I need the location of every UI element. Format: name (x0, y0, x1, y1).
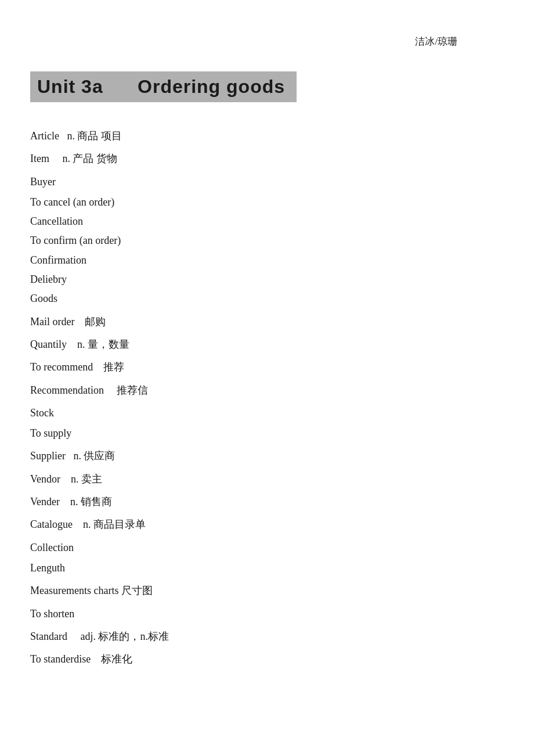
vocab-text: Cancellation (30, 215, 83, 227)
list-item: Vendor n. 卖主 (30, 470, 504, 489)
vocab-text: Goods (30, 293, 57, 304)
unit-label: Unit 3a (37, 76, 103, 97)
author-text: 洁冰/琼珊 (415, 36, 457, 47)
list-item: To cancel (an order) (30, 193, 504, 212)
vocab-text: Deliebry (30, 273, 67, 285)
list-item: To confirm (an order) (30, 231, 504, 250)
list-item: Deliebry (30, 270, 504, 289)
vocab-text: Measurements charts 尺寸图 (30, 585, 153, 596)
list-item: Catalogue n. 商品目录单 (30, 515, 504, 534)
vocab-text: Mail order 邮购 (30, 316, 106, 327)
list-item: Buyer (30, 172, 504, 192)
list-item: Standard adj. 标准的，n.标准 (30, 627, 504, 646)
vocab-text: Vendor n. 卖主 (30, 473, 102, 485)
list-item: Cancellation (30, 212, 504, 231)
vocab-text: To confirm (an order) (30, 235, 121, 246)
list-item: To standerdise 标准化 (30, 650, 504, 669)
vocab-text: To supply (30, 427, 71, 439)
vocab-text: To standerdise 标准化 (30, 653, 132, 665)
vocab-text: To recommend 推荐 (30, 361, 124, 373)
vocab-text: To cancel (an order) (30, 196, 114, 208)
list-item: Recommendation 推荐信 (30, 381, 504, 400)
list-item: Collection (30, 538, 504, 557)
list-item: Supplier n. 供应商 (30, 447, 504, 466)
vocab-text: Confirmation (30, 254, 86, 266)
title-spacing (103, 76, 138, 97)
vocab-text: Buyer (30, 176, 56, 188)
vocab-text: Stock (30, 407, 54, 419)
vocab-text: Standard adj. 标准的，n.标准 (30, 631, 169, 642)
subtitle-label: Ordering goods (138, 76, 285, 97)
author-line: 洁冰/琼珊 (30, 35, 504, 48)
list-item: Article n. 商品 项目 (30, 127, 504, 146)
vocab-text: Article n. 商品 项目 (30, 130, 122, 142)
vocab-text: Vender n. 销售商 (30, 496, 112, 507)
vocab-text: Collection (30, 542, 74, 553)
unit-title-block: Unit 3a Ordering goods (30, 71, 297, 102)
vocab-text: Supplier n. 供应商 (30, 450, 116, 462)
vocab-text: Recommendation 推荐信 (30, 384, 148, 396)
unit-heading: Unit 3a Ordering goods (37, 76, 285, 98)
vocab-text: Item n. 产品 货物 (30, 153, 117, 164)
list-item: Mail order 邮购 (30, 312, 504, 332)
vocab-text: Lenguth (30, 562, 65, 574)
list-item: To recommend 推荐 (30, 358, 504, 377)
vocab-text: Catalogue n. 商品目录单 (30, 519, 146, 530)
list-item: Goods (30, 289, 504, 308)
vocab-text: To shorten (30, 608, 74, 620)
list-item: Quantily n. 量，数量 (30, 335, 504, 354)
list-item: Stock (30, 404, 504, 423)
vocabulary-list: Article n. 商品 项目 Item n. 产品 货物 Buyer To … (30, 127, 504, 669)
list-item: Vender n. 销售商 (30, 492, 504, 512)
list-item: Item n. 产品 货物 (30, 149, 504, 168)
list-item: Confirmation (30, 251, 504, 270)
list-item: To shorten (30, 604, 504, 624)
list-item: Lenguth (30, 559, 504, 578)
list-item: Measurements charts 尺寸图 (30, 581, 504, 600)
vocab-text: Quantily n. 量，数量 (30, 339, 129, 350)
list-item: To supply (30, 424, 504, 443)
